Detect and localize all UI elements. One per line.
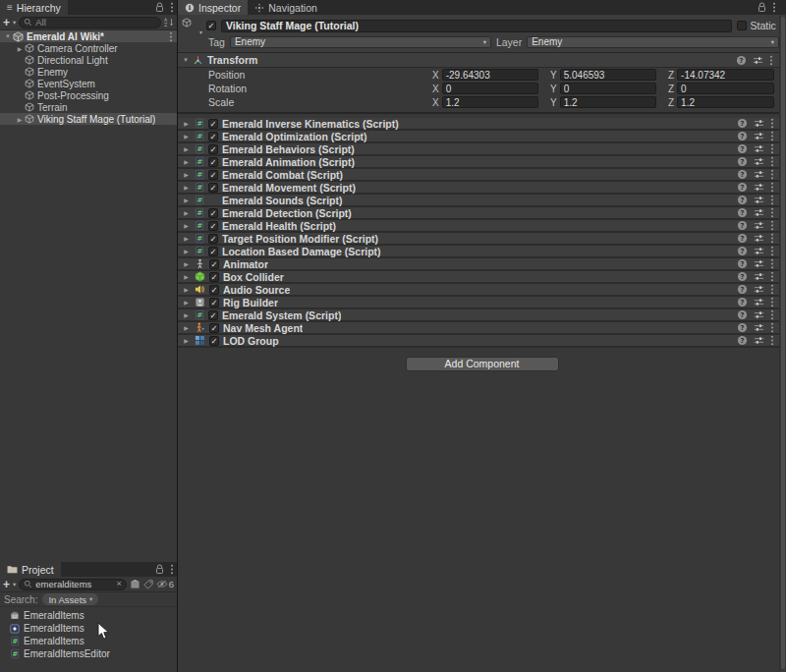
kebab-menu-icon[interactable]	[770, 118, 774, 129]
component-enabled-checkbox[interactable]: ✓	[208, 119, 218, 129]
kebab-menu-icon[interactable]	[770, 322, 774, 333]
presets-icon[interactable]	[754, 284, 764, 295]
lock-icon[interactable]	[758, 2, 766, 13]
lock-icon[interactable]	[155, 564, 164, 575]
package-icon[interactable]	[130, 579, 140, 589]
hierarchy-item-row[interactable]: Post-Processing	[0, 89, 177, 101]
component-enabled-checkbox[interactable]: ✓	[209, 298, 219, 308]
kebab-menu-icon[interactable]	[770, 195, 774, 205]
kebab-menu-icon[interactable]	[770, 220, 774, 231]
help-icon[interactable]: ?	[737, 246, 748, 256]
scale-x-field[interactable]	[442, 96, 538, 108]
kebab-menu-icon[interactable]	[770, 156, 774, 167]
presets-icon[interactable]	[754, 131, 764, 141]
component-enabled-checkbox[interactable]: ✓	[209, 259, 219, 269]
help-icon[interactable]: ?	[737, 233, 748, 244]
presets-icon[interactable]	[754, 207, 764, 218]
component-enabled-checkbox[interactable]: ✓	[208, 234, 218, 244]
help-icon[interactable]: ?	[737, 143, 748, 154]
component-enabled-checkbox[interactable]: ✓	[209, 323, 219, 333]
foldout-arrow-icon[interactable]: ▶	[182, 171, 191, 178]
component-enabled-checkbox[interactable]: ✓	[208, 208, 218, 218]
create-button[interactable]: +	[3, 579, 10, 590]
lock-icon[interactable]	[155, 2, 164, 13]
kebab-menu-icon[interactable]	[169, 31, 177, 42]
sort-az-icon[interactable]: AZ	[164, 17, 174, 28]
component-enabled-checkbox[interactable]: ✓	[209, 272, 219, 282]
hierarchy-search[interactable]	[19, 17, 161, 28]
foldout-arrow-icon[interactable]: ▶	[182, 120, 191, 127]
component-header-row[interactable]: ▶#✓Emerald Movement (Script)?	[178, 182, 786, 195]
hierarchy-item-row[interactable]: Terrain	[0, 101, 177, 113]
hierarchy-item-row[interactable]: Directional Light	[0, 54, 177, 66]
foldout-arrow-icon[interactable]: ▶	[182, 273, 191, 280]
tab-navigation[interactable]: Navigation	[248, 0, 324, 15]
position-y-field[interactable]	[560, 69, 656, 81]
tab-project[interactable]: Project	[0, 562, 61, 577]
scale-y-field[interactable]	[560, 96, 656, 108]
position-x-field[interactable]	[442, 69, 538, 81]
kebab-menu-icon[interactable]	[170, 564, 174, 575]
help-icon[interactable]: ?	[737, 207, 748, 218]
component-header-row[interactable]: ▶#✓Emerald Combat (Script)?	[178, 169, 786, 182]
component-header-row[interactable]: ▶#✓Emerald Detection (Script)?	[178, 207, 786, 220]
foldout-arrow-icon[interactable]: ▼	[183, 57, 189, 63]
inspector-scrollbar[interactable]	[779, 15, 786, 672]
presets-icon[interactable]	[754, 195, 764, 205]
foldout-arrow-icon[interactable]: ▶	[182, 222, 191, 229]
component-header-row[interactable]: ▶#✓Emerald System (Script)?	[178, 309, 786, 322]
project-result-row[interactable]: EmeraldItems	[0, 622, 177, 635]
foldout-arrow-icon[interactable]: ▶	[182, 145, 191, 152]
foldout-arrow-icon[interactable]: ▶	[182, 260, 191, 267]
help-icon[interactable]: ?	[737, 156, 748, 167]
position-z-field[interactable]	[677, 69, 774, 81]
kebab-menu-icon[interactable]	[770, 271, 774, 282]
foldout-arrow-icon[interactable]: ▶	[182, 337, 191, 344]
component-header-row[interactable]: ▶#Emerald Sounds (Script)?	[178, 195, 786, 207]
presets-icon[interactable]	[754, 169, 764, 180]
project-result-row[interactable]: #EmeraldItemsEditor	[0, 647, 177, 660]
presets-icon[interactable]	[754, 156, 764, 167]
active-checkbox[interactable]: ✓	[206, 21, 216, 30]
component-enabled-checkbox[interactable]: ✓	[208, 144, 218, 154]
foldout-arrow-icon[interactable]: ▶	[182, 196, 191, 203]
help-icon[interactable]: ?	[737, 131, 748, 141]
help-icon[interactable]: ?	[736, 55, 747, 66]
help-icon[interactable]: ?	[737, 271, 748, 282]
presets-icon[interactable]	[754, 258, 764, 269]
project-search[interactable]: ×	[19, 579, 126, 590]
rotation-y-field[interactable]	[560, 83, 656, 94]
static-checkbox[interactable]: ✓	[737, 21, 747, 30]
component-enabled-checkbox[interactable]: ✓	[208, 247, 218, 256]
presets-icon[interactable]	[754, 246, 764, 256]
project-result-row[interactable]: #EmeraldItems	[0, 635, 177, 647]
hierarchy-search-input[interactable]	[35, 17, 156, 28]
component-enabled-checkbox[interactable]: ✓	[208, 157, 218, 167]
gameobject-icon-button[interactable]: ▾	[182, 18, 201, 34]
kebab-menu-icon[interactable]	[770, 169, 774, 180]
foldout-arrow-icon[interactable]: ▼	[3, 33, 13, 39]
help-icon[interactable]: ?	[737, 169, 748, 180]
kebab-menu-icon[interactable]	[770, 297, 774, 308]
help-icon[interactable]: ?	[737, 297, 748, 308]
kebab-menu-icon[interactable]	[770, 233, 774, 244]
presets-icon[interactable]	[754, 309, 764, 320]
presets-icon[interactable]	[754, 271, 764, 282]
component-header-row[interactable]: ▶✓Animator?	[178, 258, 786, 271]
help-icon[interactable]: ?	[737, 284, 748, 295]
kebab-menu-icon[interactable]	[772, 2, 776, 13]
hierarchy-item-row[interactable]: ▶Viking Staff Mage (Tutorial)	[0, 113, 177, 125]
component-header-row[interactable]: ▶✓Audio Source?	[178, 284, 786, 297]
kebab-menu-icon[interactable]	[770, 309, 774, 320]
expand-arrow-icon[interactable]: ▶	[15, 116, 25, 123]
component-header-row[interactable]: ▶#✓Emerald Animation (Script)?	[178, 156, 786, 169]
kebab-menu-icon[interactable]	[770, 143, 774, 154]
scrollbar-thumb[interactable]	[781, 17, 785, 669]
kebab-menu-icon[interactable]	[770, 131, 774, 141]
project-result-row[interactable]: EmeraldItems	[0, 609, 177, 622]
tab-inspector[interactable]: i Inspector	[178, 0, 248, 15]
hierarchy-item-row[interactable]: EventSystem	[0, 78, 177, 89]
component-header-row[interactable]: ▶#✓Emerald Inverse Kinematics (Script)?	[178, 118, 786, 131]
create-button[interactable]: +	[3, 17, 10, 28]
presets-icon[interactable]	[754, 143, 764, 154]
